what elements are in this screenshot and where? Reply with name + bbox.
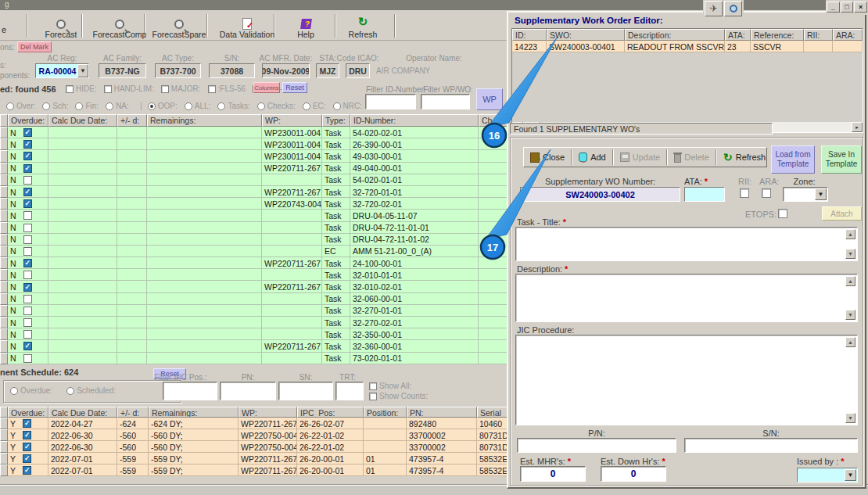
- toolbar-button[interactable]: Forecast: [31, 13, 91, 39]
- row-checkbox[interactable]: [23, 318, 32, 327]
- filter-ipc-input[interactable]: [163, 382, 217, 400]
- scroll-down-icon[interactable]: ▼: [845, 310, 855, 320]
- del-mark-button[interactable]: Del Mark: [17, 41, 52, 52]
- aircraft-field-value[interactable]: B737-700: [155, 63, 201, 78]
- columns-button[interactable]: Columns: [253, 82, 280, 93]
- load-from-template-button[interactable]: Load from Template: [771, 145, 815, 174]
- row-selector[interactable]: [0, 138, 8, 150]
- toolbar-button[interactable]: ForecastSpare: [147, 13, 211, 39]
- row-checkbox[interactable]: [23, 342, 32, 350]
- row-selector[interactable]: [0, 317, 8, 328]
- table-row[interactable]: N Task 32-270-02-01: [0, 317, 510, 328]
- table-row[interactable]: N WP220743-004 Task 32-720-02-01: [0, 198, 510, 210]
- row-checkbox[interactable]: [23, 247, 32, 256]
- send-button[interactable]: ✈: [705, 1, 723, 16]
- row-checkbox[interactable]: [23, 295, 32, 303]
- row-checkbox[interactable]: [23, 443, 31, 451]
- filter-trt-input[interactable]: [335, 382, 364, 400]
- row-checkbox[interactable]: [23, 466, 31, 475]
- radio-button[interactable]: [106, 102, 113, 110]
- preview-button[interactable]: [724, 1, 742, 16]
- aircraft-field-value[interactable]: DRU: [346, 63, 370, 78]
- aircraft-field-value[interactable]: AIR COMPANY: [375, 63, 493, 78]
- table-row[interactable]: N Task 32-350-00-01: [0, 328, 510, 340]
- row-selector[interactable]: [0, 293, 8, 305]
- filter-pn-input[interactable]: [220, 382, 276, 400]
- row-selector[interactable]: [0, 328, 8, 340]
- row-selector[interactable]: [0, 429, 8, 441]
- table-row[interactable]: N Task 73-020-01-01: [0, 353, 510, 364]
- row-checkbox[interactable]: [23, 199, 32, 208]
- row-selector[interactable]: [0, 340, 8, 352]
- row-checkbox[interactable]: [23, 235, 32, 244]
- attach-button[interactable]: Attach: [822, 206, 862, 221]
- row-selector[interactable]: [0, 150, 8, 162]
- radio-button[interactable]: [66, 387, 74, 395]
- chevron-down-icon[interactable]: ▼: [815, 188, 827, 200]
- table-row[interactable]: Y 2022-04-27 -624 -624 DY; WP220711-267 …: [0, 418, 522, 429]
- row-selector[interactable]: [0, 127, 8, 138]
- save-in-template-button[interactable]: Save In Template: [821, 145, 862, 174]
- row-selector[interactable]: [0, 269, 8, 281]
- chevron-down-icon[interactable]: ▼: [845, 469, 856, 481]
- row-checkbox[interactable]: [23, 431, 31, 439]
- table-row[interactable]: N WP230011-004 Task 49-030-00-01: [0, 150, 510, 162]
- row-selector[interactable]: [0, 441, 8, 453]
- ara-checkbox[interactable]: [762, 188, 771, 198]
- table-row[interactable]: N Task 32-060-00-01: [0, 293, 510, 305]
- est-down-input[interactable]: 0: [601, 466, 666, 482]
- table-row[interactable]: N WP220711-267 Task 32-360-00-01: [0, 340, 510, 352]
- aircraft-field-value[interactable]: 09-Nov-2009: [262, 63, 310, 78]
- checkbox[interactable]: [161, 85, 169, 93]
- table-row[interactable]: Y 2022-07-01 -559 -559 DY; WP220711-267 …: [0, 453, 522, 465]
- row-selector[interactable]: [0, 453, 8, 465]
- filter-id-input[interactable]: [365, 94, 416, 109]
- table-row[interactable]: N Task DRU-04-72-11-01-02: [0, 234, 510, 246]
- checkbox[interactable]: [369, 382, 377, 390]
- delete-swo-button[interactable]: Delete: [669, 149, 715, 166]
- row-selector[interactable]: [0, 465, 8, 476]
- row-checkbox[interactable]: [23, 354, 32, 363]
- refresh-swo-button[interactable]: ↻Refresh: [718, 149, 771, 166]
- table-row[interactable]: N WP230011-004 Task 54-020-02-01: [0, 127, 510, 138]
- row-selector[interactable]: [0, 210, 8, 221]
- checkbox[interactable]: [369, 393, 377, 400]
- row-checkbox[interactable]: [23, 419, 31, 428]
- table-row[interactable]: N Task 32-010-01-01: [0, 269, 510, 281]
- checkbox[interactable]: [66, 85, 74, 93]
- maximize-button[interactable]: □: [841, 2, 854, 13]
- scroll-right-icon[interactable]: ▸: [852, 122, 863, 132]
- row-checkbox[interactable]: [23, 164, 32, 173]
- table-row[interactable]: N WP220711-267 Task 32-720-01-01: [0, 186, 510, 198]
- row-selector[interactable]: [0, 234, 8, 246]
- add-swo-button[interactable]: Add: [573, 149, 612, 166]
- radio-button[interactable]: [333, 102, 341, 110]
- toolbar-button[interactable]: Help: [278, 13, 333, 39]
- radio-button[interactable]: [148, 102, 156, 110]
- reset-button[interactable]: Reset: [282, 82, 307, 93]
- table-row[interactable]: N EC AMM 51-21-00_0_(A): [0, 246, 510, 257]
- table-row[interactable]: N Task 32-270-01-01: [0, 305, 510, 317]
- radio-button[interactable]: [75, 102, 83, 110]
- issued-by-select[interactable]: ▼: [797, 468, 858, 482]
- radio-button[interactable]: [185, 102, 192, 110]
- wp-button[interactable]: WP: [476, 88, 503, 110]
- row-checkbox[interactable]: [23, 128, 32, 137]
- row-checkbox[interactable]: [23, 152, 32, 160]
- row-selector[interactable]: [0, 246, 8, 257]
- toolbar-button[interactable]: Data Validation: [213, 13, 282, 39]
- table-row[interactable]: N Task 54-020-01-01: [0, 174, 510, 186]
- pn-input[interactable]: [517, 438, 676, 453]
- radio-button[interactable]: [6, 102, 14, 110]
- ata-input[interactable]: [684, 187, 725, 202]
- zone-select[interactable]: ▼: [783, 187, 828, 202]
- row-selector[interactable]: [0, 198, 8, 210]
- row-checkbox[interactable]: [23, 211, 32, 220]
- table-row[interactable]: N WP220711-267 Task 32-010-02-01: [0, 281, 510, 292]
- jic-procedure-textarea[interactable]: ▲ ▼: [515, 335, 858, 425]
- close-button[interactable]: ×: [854, 2, 867, 13]
- toolbar-button[interactable]: ↻ Refresh: [335, 13, 391, 39]
- row-checkbox[interactable]: [23, 188, 32, 196]
- row-checkbox[interactable]: [23, 307, 32, 315]
- toolbar-button[interactable]: ForecastComp: [88, 13, 152, 39]
